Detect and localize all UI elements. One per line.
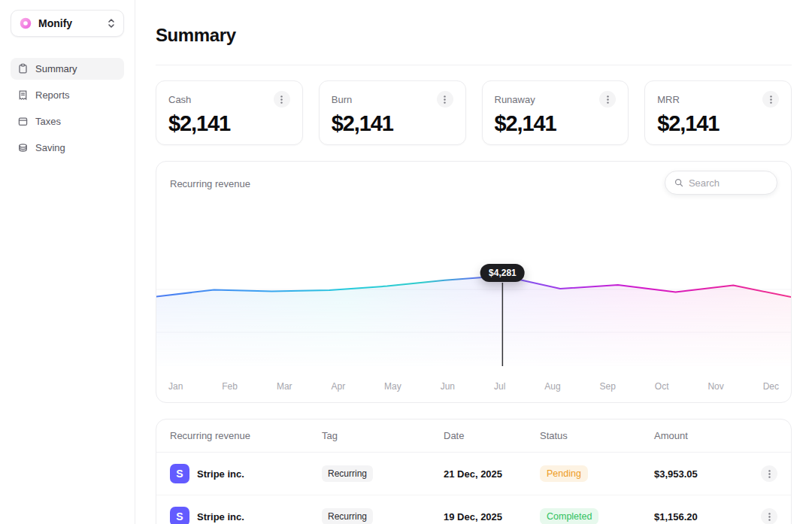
stat-label: MRR	[657, 94, 680, 105]
sidebar-nav: Summary Reports Taxes	[11, 58, 124, 159]
sidebar-item-taxes[interactable]: Taxes	[11, 111, 124, 132]
vendor-cell: S Stripe inc.	[170, 507, 322, 524]
vendor-name: Stripe inc.	[197, 468, 244, 480]
sidebar-item-saving[interactable]: Saving	[11, 137, 124, 159]
col-header-recurring-revenue: Recurring revenue	[170, 430, 322, 441]
vendor-cell: S Stripe inc.	[170, 464, 322, 483]
kebab-icon	[768, 470, 771, 478]
row-menu-button[interactable]	[761, 508, 777, 524]
revenue-chart-svg	[156, 178, 791, 366]
main-content: Summary Cash $2,141	[135, 0, 812, 524]
row-menu-button[interactable]	[761, 465, 777, 482]
sidebar-item-label: Saving	[35, 142, 65, 153]
coins-icon	[17, 142, 29, 153]
search-input[interactable]	[689, 177, 768, 189]
stat-label: Burn	[332, 94, 352, 105]
chart-title: Recurring revenue	[170, 178, 250, 189]
app-root: Monify Summary Reports	[0, 0, 812, 524]
month-label: Dec	[763, 381, 779, 392]
col-header-date: Date	[444, 430, 540, 441]
stat-menu-button[interactable]	[437, 91, 453, 108]
table-header-row: Recurring revenue Tag Date Status Amount	[156, 420, 791, 453]
col-header-amount: Amount	[654, 430, 750, 441]
chart-header: Recurring revenue	[156, 162, 791, 195]
status-badge: Pending	[540, 465, 588, 482]
vendor-name: Stripe inc.	[197, 511, 244, 522]
sidebar-item-label: Summary	[35, 63, 77, 74]
month-label: Feb	[222, 381, 238, 392]
stat-menu-button[interactable]	[599, 91, 616, 108]
transactions-table-card: Recurring revenue Tag Date Status Amount…	[156, 419, 792, 524]
calendar-icon	[17, 116, 29, 127]
stat-card: Cash $2,141	[156, 80, 303, 145]
x-axis-labels: Jan Feb Mar Apr May Jun Jul Aug Sep	[156, 381, 791, 392]
page-title: Summary	[156, 25, 792, 46]
sidebar-item-label: Taxes	[35, 116, 61, 127]
kebab-icon	[768, 513, 771, 521]
stat-menu-button[interactable]	[762, 91, 779, 108]
month-label: Oct	[655, 381, 669, 392]
amount-cell: $1,156.20	[654, 511, 750, 522]
chart-tooltip: $4,281	[480, 264, 525, 282]
stat-label: Cash	[168, 94, 191, 105]
col-header-tag: Tag	[322, 430, 444, 441]
tag-pill: Recurring	[322, 508, 373, 524]
stripe-logo-icon: S	[170, 507, 189, 524]
stat-card: MRR $2,141	[644, 80, 792, 145]
chart-plot-area: $4,281	[156, 178, 791, 366]
stat-card: Burn $2,141	[319, 80, 466, 145]
month-label: Apr	[331, 381, 345, 392]
stat-card: Runaway $2,141	[482, 80, 629, 145]
sidebar-item-label: Reports	[35, 89, 70, 101]
table-row: S Stripe inc. Recurring 21 Dec, 2025 Pen…	[156, 453, 791, 495]
month-label: May	[384, 381, 401, 392]
stat-value: $2,141	[168, 111, 290, 136]
month-label: Nov	[707, 381, 723, 392]
date-cell: 19 Dec, 2025	[444, 511, 540, 522]
stat-value: $2,141	[657, 111, 779, 136]
stat-label: Runaway	[495, 94, 535, 105]
sidebar-item-summary[interactable]: Summary	[11, 58, 124, 80]
table-row: S Stripe inc. Recurring 19 Dec, 2025 Com…	[156, 495, 791, 524]
chevron-up-down-icon	[107, 18, 116, 29]
month-label: Jan	[168, 381, 183, 392]
kebab-icon	[770, 95, 772, 104]
month-label: Sep	[600, 381, 616, 392]
sidebar: Monify Summary Reports	[0, 0, 135, 524]
stat-value: $2,141	[495, 111, 617, 136]
kebab-icon	[444, 95, 446, 104]
tag-pill: Recurring	[322, 465, 373, 482]
date-cell: 21 Dec, 2025	[444, 468, 540, 480]
status-badge: Completed	[540, 508, 598, 524]
workspace-switcher[interactable]: Monify	[11, 10, 124, 37]
month-label: Jul	[494, 381, 505, 392]
kebab-icon	[280, 95, 283, 104]
amount-cell: $3,953.05	[654, 468, 750, 480]
stats-row: Cash $2,141 Burn	[156, 80, 792, 145]
monify-logo-icon	[19, 17, 32, 30]
recurring-revenue-chart-card: Recurring revenue	[156, 161, 792, 403]
kebab-icon	[607, 95, 609, 104]
month-label: Mar	[277, 381, 292, 392]
title-divider	[156, 65, 792, 65]
sidebar-item-reports[interactable]: Reports	[11, 84, 124, 106]
stripe-logo-icon: S	[170, 464, 189, 483]
receipt-icon	[17, 89, 29, 101]
search-icon	[674, 177, 683, 188]
brand-name: Monify	[38, 17, 101, 29]
month-label: Jun	[441, 381, 455, 392]
col-header-status: Status	[540, 430, 654, 441]
clipboard-icon	[17, 63, 29, 74]
stat-value: $2,141	[332, 111, 453, 136]
month-label: Aug	[544, 381, 560, 392]
stat-menu-button[interactable]	[274, 91, 290, 108]
search-box[interactable]	[665, 171, 777, 195]
